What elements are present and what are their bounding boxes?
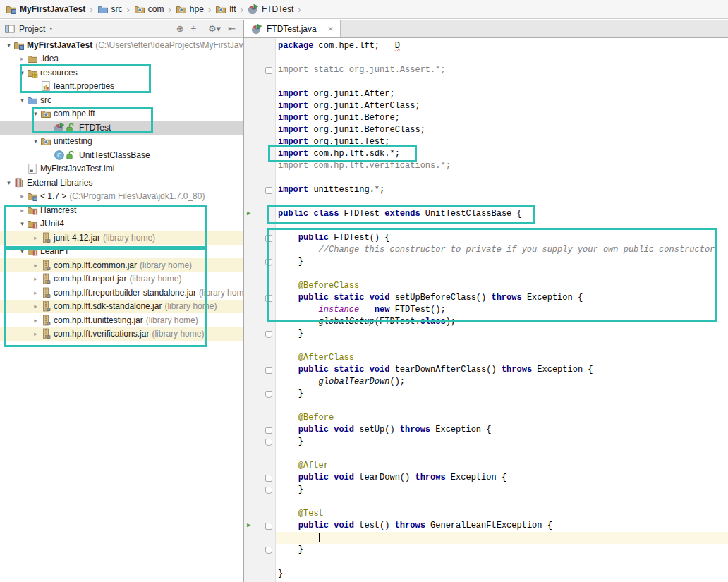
fold-marker-icon[interactable] <box>265 439 272 446</box>
tree-row-hamcrest[interactable]: ▸Hamcrest <box>0 203 243 217</box>
code-line-31[interactable] <box>244 400 728 412</box>
code-line-38[interactable]: } <box>244 484 728 496</box>
code-line-21[interactable]: @BeforeClass <box>244 280 728 292</box>
tree-row-ftdtest[interactable]: FTDTest <box>0 121 243 135</box>
code-line-20[interactable] <box>244 268 728 280</box>
breadcrumb-item-src[interactable]: src <box>96 4 124 15</box>
tree-row-com-hp-lft-common-jar[interactable]: ▸com.hp.lft.common.jar (library home) <box>0 258 243 272</box>
code-line-5[interactable]: import org.junit.After; <box>244 88 728 100</box>
tree-row-myfirstjavatest[interactable]: ▾MyFirstJavaTest (C:\Users\efter\IdeaPro… <box>0 38 243 52</box>
code-line-8[interactable]: import org.junit.BeforeClass; <box>244 124 728 136</box>
code-line-11[interactable]: import com.hp.lft.verifications.*; <box>244 160 728 172</box>
fold-marker-icon[interactable] <box>265 547 272 554</box>
code-line-41[interactable]: ▶ public void test() throws GeneralLeanF… <box>244 520 728 532</box>
chevron-expanded-icon[interactable]: ▾ <box>31 110 40 117</box>
tree-row-src[interactable]: ▾src <box>0 93 243 107</box>
breadcrumb-item-lft[interactable]: lft <box>214 4 237 15</box>
breadcrumb-item-ftdtest[interactable]: FTDTest <box>246 4 295 15</box>
code-line-12[interactable] <box>244 172 728 184</box>
code-line-9[interactable]: import org.junit.Test; <box>244 136 728 148</box>
chevron-collapsed-icon[interactable]: ▸ <box>18 55 27 62</box>
tree-row-external-libraries[interactable]: ▾External Libraries <box>0 176 243 190</box>
code-line-29[interactable]: globalTearDown(); <box>244 376 728 388</box>
chevron-collapsed-icon[interactable]: ▸ <box>18 207 27 214</box>
locate-icon[interactable]: ⊕ <box>173 23 188 34</box>
code-line-6[interactable]: import org.junit.AfterClass; <box>244 100 728 112</box>
code-line-32[interactable]: @Before <box>244 412 728 424</box>
code-line-30[interactable]: } <box>244 388 728 400</box>
tree-row-junit4[interactable]: ▾JUnit4 <box>0 217 243 231</box>
code-line-1[interactable]: package com.hpe.lft; D <box>244 40 728 52</box>
code-line-14[interactable] <box>244 196 728 208</box>
tree-row-unittesting[interactable]: ▾unittesting <box>0 135 243 149</box>
tab-ftdtest-java[interactable]: FTDTest.java × <box>244 20 341 37</box>
chevron-collapsed-icon[interactable]: ▸ <box>31 262 40 269</box>
code-line-28[interactable]: public static void tearDownAfterClass() … <box>244 364 728 376</box>
fold-marker-icon[interactable] <box>265 295 272 302</box>
chevron-expanded-icon[interactable]: ▾ <box>18 97 27 104</box>
code-line-45[interactable]: } <box>244 568 728 580</box>
chevron-expanded-icon[interactable]: ▾ <box>31 138 40 145</box>
code-line-17[interactable]: public FTDTest() { <box>244 232 728 244</box>
code-line-4[interactable] <box>244 76 728 88</box>
code-line-44[interactable] <box>244 556 728 568</box>
settings-icon[interactable]: ⚙▾ <box>205 23 224 34</box>
code-line-39[interactable] <box>244 496 728 508</box>
chevron-collapsed-icon[interactable]: ▸ <box>31 289 40 296</box>
chevron-collapsed-icon[interactable]: ▸ <box>31 317 40 324</box>
tree-row-leanft-properties[interactable]: leanft.properties <box>0 80 243 94</box>
chevron-expanded-icon[interactable]: ▾ <box>18 220 27 227</box>
fold-marker-icon[interactable] <box>265 487 272 494</box>
project-panel-title[interactable]: Project <box>19 24 45 34</box>
tree-row-resources[interactable]: ▾resources <box>0 66 243 80</box>
collapse-all-icon[interactable]: ÷ <box>188 23 200 34</box>
code-line-23[interactable]: instance = new FTDTest(); <box>244 304 728 316</box>
tree-row-com-hp-lft-unittesting-jar[interactable]: ▸com.hp.lft.unittesting.jar (library hom… <box>0 313 243 327</box>
breadcrumb-item-hpe[interactable]: hpe <box>174 4 205 15</box>
fold-marker-icon[interactable] <box>265 235 272 242</box>
tree-row-idea[interactable]: ▸.idea <box>0 52 243 66</box>
breadcrumb-item-com[interactable]: com <box>133 4 166 15</box>
run-test-icon[interactable]: ▶ <box>247 210 250 219</box>
code-line-2[interactable] <box>244 52 728 64</box>
tree-row-com-hp-lft-verifications-jar[interactable]: ▸com.hp.lft.verifications.jar (library h… <box>0 327 243 341</box>
code-line-25[interactable]: } <box>244 328 728 340</box>
code-line-18[interactable]: //Change this constructor to private if … <box>244 244 728 256</box>
code-line-35[interactable] <box>244 448 728 460</box>
code-line-37[interactable]: public void tearDown() throws Exception … <box>244 472 728 484</box>
code-line-24[interactable]: globalSetup(FTDTest.class); <box>244 316 728 328</box>
chevron-collapsed-icon[interactable]: ▸ <box>31 330 40 337</box>
tree-row-com-hp-lft-sdk-standalone-jar[interactable]: ▸com.hp.lft.sdk-standalone.jar (library … <box>0 300 243 314</box>
tree-row-leanft[interactable]: ▾LeanFT <box>0 245 243 259</box>
chevron-collapsed-icon[interactable]: ▸ <box>31 234 40 241</box>
chevron-expanded-icon[interactable]: ▾ <box>4 179 13 186</box>
code-line-33[interactable]: public void setUp() throws Exception { <box>244 424 728 436</box>
chevron-collapsed-icon[interactable]: ▸ <box>31 275 40 282</box>
fold-marker-icon[interactable] <box>265 187 272 194</box>
code-line-7[interactable]: import org.junit.Before; <box>244 112 728 124</box>
code-line-16[interactable] <box>244 220 728 232</box>
code-line-43[interactable]: } <box>244 544 728 556</box>
fold-marker-icon[interactable] <box>265 391 272 398</box>
chevron-expanded-icon[interactable]: ▾ <box>18 248 27 255</box>
code-line-27[interactable]: @AfterClass <box>244 352 728 364</box>
code-line-42[interactable] <box>244 532 728 544</box>
fold-marker-icon[interactable] <box>265 67 272 74</box>
code-line-13[interactable]: import unittesting.*; <box>244 184 728 196</box>
fold-marker-icon[interactable] <box>265 331 272 338</box>
code-line-19[interactable]: } <box>244 256 728 268</box>
fold-marker-icon[interactable] <box>265 523 272 530</box>
breadcrumb-item-myfirstjavatest[interactable]: MyFirstJavaTest <box>4 4 87 15</box>
chevron-down-icon[interactable]: ▾ <box>49 25 52 32</box>
code-editor[interactable]: package com.hpe.lft; Dimport static org.… <box>244 38 728 582</box>
code-line-22[interactable]: public static void setUpBeforeClass() th… <box>244 292 728 304</box>
code-line-34[interactable]: } <box>244 436 728 448</box>
fold-marker-icon[interactable] <box>265 475 272 482</box>
code-line-40[interactable]: @Test <box>244 508 728 520</box>
fold-marker-icon[interactable] <box>265 367 272 374</box>
chevron-collapsed-icon[interactable]: ▸ <box>18 193 27 200</box>
tree-row-myfirstjavatest-iml[interactable]: MyFirstJavaTest.iml <box>0 162 243 176</box>
tree-row-junit-4-12-jar[interactable]: ▸junit-4.12.jar (library home) <box>0 231 243 245</box>
chevron-collapsed-icon[interactable]: ▸ <box>31 303 40 310</box>
close-icon[interactable]: × <box>328 23 334 34</box>
